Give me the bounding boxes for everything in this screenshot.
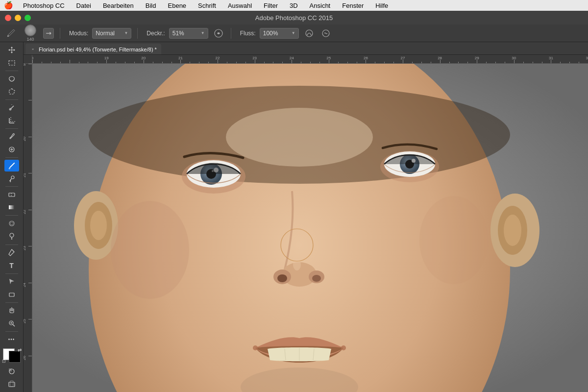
- svg-point-53: [312, 275, 321, 282]
- magic-wand-tool[interactable]: [4, 102, 19, 114]
- lasso-poly-tool[interactable]: [4, 86, 19, 98]
- opacity-label: Deckr.:: [147, 30, 165, 37]
- canvas-image: [32, 64, 588, 392]
- dodge-tool[interactable]: [4, 230, 19, 242]
- menu-auswahl[interactable]: Auswahl: [226, 2, 254, 9]
- window-controls: [5, 15, 31, 21]
- flow-label: Fluss:: [240, 30, 256, 37]
- blur-tool[interactable]: [4, 218, 19, 229]
- document-tab[interactable]: × Florian.psd bei 49,4% (Tonwerte, Filte…: [25, 44, 161, 54]
- opacity-value: 51%: [172, 30, 184, 37]
- screen-mode-tool[interactable]: [4, 378, 19, 390]
- smoothing-icon-1[interactable]: [303, 27, 316, 40]
- separator-1: [60, 28, 60, 39]
- maximize-button[interactable]: [24, 15, 31, 21]
- close-button[interactable]: [5, 15, 11, 21]
- minimize-button[interactable]: [15, 15, 21, 21]
- app-window: Adobe Photoshop CC 2015 140 Modus: Norma…: [0, 11, 588, 392]
- default-colors-icon[interactable]: ⊡: [2, 359, 6, 364]
- flow-dropdown-arrow: ▼: [292, 31, 295, 35]
- marquee-rect-tool[interactable]: [4, 57, 19, 69]
- menu-schrift[interactable]: Schrift: [196, 2, 218, 9]
- mode-dropdown[interactable]: Normal ▼: [92, 28, 131, 39]
- tool-separator-5: [5, 186, 18, 187]
- canvas-row: 92021222324252627: [24, 64, 588, 392]
- svg-rect-21: [9, 205, 15, 209]
- crop-tool[interactable]: [4, 115, 19, 126]
- menu-hilfe[interactable]: Hilfe: [373, 2, 390, 9]
- tool-separator-1: [5, 71, 18, 71]
- separator-2: [137, 28, 138, 39]
- mode-label: Modus:: [69, 30, 88, 37]
- menu-3d[interactable]: 3D: [288, 2, 300, 9]
- svg-point-51: [277, 274, 287, 282]
- path-select-tool[interactable]: [4, 275, 19, 287]
- ruler-corner: [24, 55, 32, 64]
- svg-rect-26: [9, 293, 14, 296]
- svg-line-28: [13, 324, 15, 326]
- svg-rect-4: [9, 61, 15, 65]
- options-bar: 140 Modus: Normal ▼ Deckr.: 51% ▼: [0, 24, 588, 42]
- apple-menu[interactable]: 🍎: [4, 1, 13, 10]
- menu-ansicht[interactable]: Ansicht: [308, 2, 333, 9]
- vertical-ruler: 92021222324252627: [24, 64, 32, 392]
- menu-photoshop[interactable]: Photoshop CC: [21, 2, 67, 9]
- brush-size-number: 140: [26, 37, 34, 42]
- menu-ebene[interactable]: Ebene: [166, 2, 189, 9]
- svg-marker-5: [9, 89, 15, 94]
- pen-tool[interactable]: [4, 246, 19, 258]
- horizontal-ruler-row: 81920212223242526272829303132: [24, 55, 588, 64]
- svg-point-58: [253, 345, 258, 350]
- svg-rect-32: [9, 368, 12, 371]
- flow-dropdown[interactable]: 100% ▼: [260, 28, 299, 39]
- tab-bar: × Florian.psd bei 49,4% (Tonwerte, Filte…: [24, 42, 588, 55]
- svg-rect-19: [9, 193, 15, 196]
- swap-colors-icon[interactable]: ⇄: [18, 347, 22, 353]
- svg-point-18: [11, 176, 14, 179]
- opacity-dropdown-arrow: ▼: [201, 31, 205, 35]
- color-swatches: ⇄ ⊡: [3, 348, 21, 363]
- eraser-tool[interactable]: [4, 189, 19, 200]
- brush-type-button[interactable]: [43, 28, 54, 39]
- smoothing-icon-2[interactable]: [319, 27, 332, 40]
- menu-datei[interactable]: Datei: [74, 2, 93, 9]
- eyedropper-tool[interactable]: [4, 131, 19, 143]
- brush-tool[interactable]: [4, 160, 19, 172]
- tool-separator-10: [5, 331, 18, 332]
- main-area: T: [0, 42, 588, 392]
- more-tools[interactable]: •••: [4, 333, 19, 345]
- menu-bild[interactable]: Bild: [144, 2, 158, 9]
- shape-tool[interactable]: [4, 289, 19, 300]
- brush-tool-icon[interactable]: [4, 26, 18, 40]
- mode-dropdown-arrow: ▼: [124, 31, 128, 35]
- svg-line-8: [13, 106, 14, 106]
- airbrush-icon[interactable]: [212, 27, 225, 40]
- brush-size-display[interactable]: 140: [22, 24, 39, 42]
- horizontal-ruler: 81920212223242526272829303132: [32, 55, 588, 64]
- svg-point-65: [90, 211, 107, 240]
- tool-separator-8: [5, 273, 18, 274]
- move-tool[interactable]: [4, 44, 19, 56]
- svg-point-68: [226, 108, 373, 167]
- left-toolbar: T: [0, 42, 24, 392]
- menu-filter[interactable]: Filter: [262, 2, 280, 9]
- svg-rect-34: [10, 381, 13, 387]
- quick-mask-tool[interactable]: [4, 366, 19, 377]
- type-tool[interactable]: T: [4, 259, 19, 271]
- hand-tool[interactable]: [4, 304, 19, 316]
- clone-stamp-tool[interactable]: [4, 172, 19, 184]
- canvas-area[interactable]: [32, 64, 588, 392]
- opacity-dropdown[interactable]: 51% ▼: [169, 28, 208, 39]
- menu-bearbeiten[interactable]: Bearbeiten: [101, 2, 136, 9]
- menu-fenster[interactable]: Fenster: [340, 2, 366, 9]
- tool-separator-7: [5, 245, 18, 245]
- svg-line-6: [10, 106, 14, 110]
- mode-value: Normal: [96, 30, 115, 37]
- tab-close-icon[interactable]: ×: [30, 47, 36, 52]
- svg-point-54: [293, 259, 301, 270]
- healing-brush-tool[interactable]: [4, 144, 19, 155]
- zoom-tool[interactable]: [4, 318, 19, 329]
- gradient-tool[interactable]: [4, 201, 19, 213]
- lasso-tool[interactable]: [4, 73, 19, 85]
- tool-separator-6: [5, 215, 18, 216]
